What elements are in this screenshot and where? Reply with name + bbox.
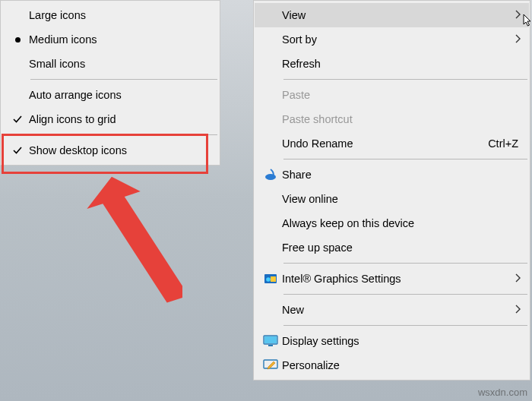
menu-item-refresh[interactable]: Refresh	[255, 52, 529, 76]
svg-point-3	[266, 277, 271, 282]
menu-separator	[30, 79, 217, 80]
menu-label: Small icons	[29, 58, 211, 70]
menu-label: Paste	[282, 89, 521, 101]
menu-separator	[283, 325, 527, 326]
bullet-icon	[6, 37, 29, 43]
menu-item-small-icons[interactable]: Small icons	[2, 52, 219, 76]
menu-item-view-online[interactable]: View online	[255, 187, 529, 211]
menu-label: Intel® Graphics Settings	[282, 273, 508, 285]
menu-item-large-icons[interactable]: Large icons	[2, 3, 219, 27]
submenu-arrow-icon	[508, 273, 521, 285]
menu-label: Display settings	[282, 335, 521, 347]
menu-label: Sort by	[282, 33, 508, 46]
check-icon	[6, 114, 29, 125]
menu-label: Large icons	[29, 9, 211, 21]
menu-item-medium-icons[interactable]: Medium icons	[2, 27, 219, 52]
menu-label: Refresh	[282, 58, 521, 70]
menu-label: Show desktop icons	[29, 144, 211, 156]
submenu-arrow-icon	[508, 304, 521, 316]
menu-item-intel-graphics[interactable]: Intel® Graphics Settings	[255, 267, 529, 291]
menu-item-align-to-grid[interactable]: Align icons to grid	[2, 107, 219, 131]
menu-item-sort-by[interactable]: Sort by	[255, 27, 529, 52]
menu-item-paste-shortcut[interactable]: Paste shortcut	[255, 107, 529, 131]
menu-item-always-keep[interactable]: Always keep on this device	[255, 211, 529, 235]
menu-item-paste[interactable]: Paste	[255, 83, 529, 107]
menu-item-undo-rename[interactable]: Undo Rename Ctrl+Z	[255, 131, 529, 156]
menu-shortcut: Ctrl+Z	[488, 137, 518, 150]
menu-item-new[interactable]: New	[255, 298, 529, 322]
watermark-text: wsxdn.com	[478, 387, 527, 398]
menu-separator	[30, 134, 217, 135]
mouse-cursor-icon	[523, 14, 532, 27]
menu-item-view[interactable]: View	[255, 3, 529, 27]
menu-label: Free up space	[282, 242, 521, 254]
submenu-arrow-icon	[508, 33, 521, 46]
submenu-arrow-icon	[508, 9, 521, 21]
menu-separator	[283, 294, 527, 295]
menu-item-personalize[interactable]: Personalize	[255, 353, 529, 377]
menu-label: Align icons to grid	[29, 113, 211, 125]
svg-rect-6	[268, 345, 273, 346]
menu-label: View online	[282, 193, 521, 205]
menu-label: View	[282, 9, 508, 21]
share-icon	[259, 168, 282, 182]
menu-label: Undo Rename	[282, 137, 488, 150]
intel-icon	[259, 272, 282, 286]
menu-separator	[283, 79, 527, 80]
menu-label: New	[282, 304, 508, 316]
menu-label: Medium icons	[29, 33, 211, 46]
menu-label: Auto arrange icons	[29, 89, 211, 101]
annotation-arrow-icon	[46, 159, 182, 327]
monitor-icon	[259, 335, 282, 347]
menu-item-display-settings[interactable]: Display settings	[255, 329, 529, 353]
menu-separator	[283, 159, 527, 159]
menu-separator	[283, 263, 527, 264]
menu-label: Personalize	[282, 359, 521, 371]
menu-item-share[interactable]: Share	[255, 163, 529, 187]
svg-rect-2	[271, 276, 276, 282]
menu-label: Share	[282, 169, 521, 181]
menu-item-free-up-space[interactable]: Free up space	[255, 235, 529, 260]
menu-item-show-desktop-icons[interactable]: Show desktop icons	[2, 138, 219, 163]
personalize-icon	[259, 359, 282, 371]
menu-label: Always keep on this device	[282, 217, 521, 229]
svg-marker-8	[80, 166, 182, 317]
check-icon	[6, 145, 29, 156]
context-submenu-view: Large icons Medium icons Small icons Aut…	[0, 0, 220, 166]
menu-item-auto-arrange[interactable]: Auto arrange icons	[2, 83, 219, 107]
svg-rect-5	[264, 336, 277, 343]
menu-label: Paste shortcut	[282, 113, 521, 125]
context-menu-main: View Sort by Refresh Paste Paste shortcu…	[253, 0, 530, 380]
